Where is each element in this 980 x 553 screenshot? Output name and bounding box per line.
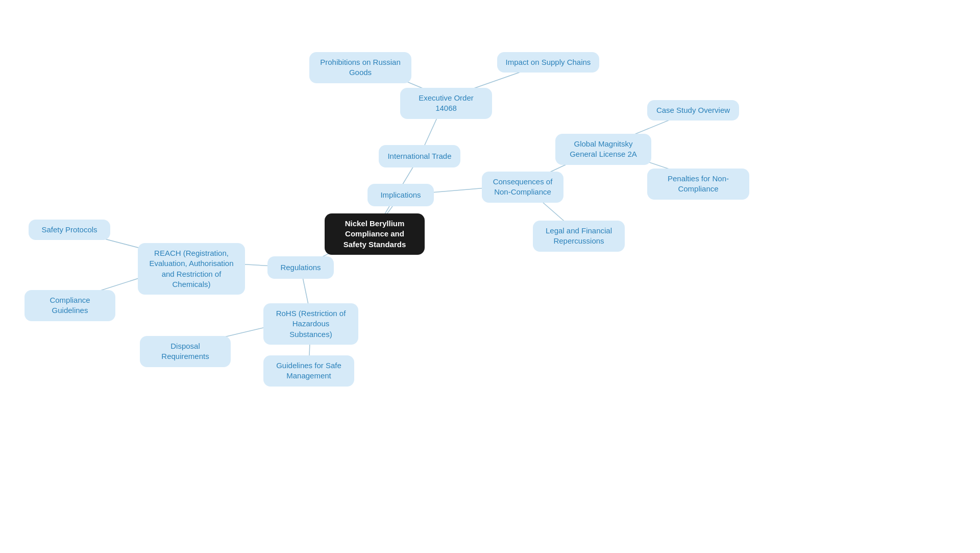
- node-disposal[interactable]: Disposal Requirements: [140, 336, 231, 367]
- node-safety-protocols[interactable]: Safety Protocols: [29, 220, 110, 240]
- node-legal-financial[interactable]: Legal and Financial Repercussions: [533, 221, 625, 252]
- node-center[interactable]: Nickel Beryllium Compliance and Safety S…: [325, 213, 425, 255]
- node-rohs[interactable]: RoHS (Restriction of Hazardous Substance…: [263, 303, 358, 345]
- node-reach[interactable]: REACH (Registration, Evaluation, Authori…: [138, 243, 245, 295]
- node-international-trade[interactable]: International Trade: [379, 145, 460, 167]
- node-guidelines-safe[interactable]: Guidelines for Safe Management: [263, 355, 354, 387]
- node-prohibitions[interactable]: Prohibitions on Russian Goods: [309, 52, 411, 83]
- node-implications[interactable]: Implications: [368, 184, 434, 206]
- node-global-magnitsky[interactable]: Global Magnitsky General License 2A: [555, 134, 651, 165]
- node-penalties[interactable]: Penalties for Non-Compliance: [647, 169, 749, 200]
- node-regulations[interactable]: Regulations: [267, 256, 334, 279]
- node-supply-chains[interactable]: Impact on Supply Chains: [497, 52, 599, 73]
- node-case-study[interactable]: Case Study Overview: [647, 100, 739, 121]
- node-compliance-guidelines[interactable]: Compliance Guidelines: [24, 290, 115, 321]
- node-consequences[interactable]: Consequences of Non-Compliance: [482, 172, 564, 203]
- node-executive-order[interactable]: Executive Order 14068: [400, 88, 492, 119]
